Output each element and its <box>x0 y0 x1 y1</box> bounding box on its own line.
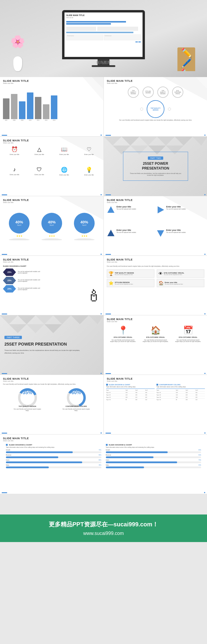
cell-4-3: 100 <box>135 399 145 400</box>
quality-text: TOP QUALITY DESIGN You can see the templ… <box>115 272 134 275</box>
col-h-1: Topic <box>106 389 125 391</box>
prog-val-4: 45% <box>98 464 101 466</box>
progress-right: SLEEK DIAGRAM & CHART Topic information … <box>106 444 201 489</box>
loc-title-3: EYE-CATCHING VISUAL <box>179 336 197 338</box>
rcell-2-3: 120 <box>186 394 195 396</box>
prog-bar-rrow-3: Users 75% <box>106 459 201 463</box>
cell-1-1: Topic 01 <box>106 392 125 393</box>
hex-chart-label-1: SLEEK DIAGRAM & CHART <box>3 265 101 267</box>
hex-3: 25% <box>3 285 16 293</box>
prog-rfill-1 <box>106 451 168 453</box>
lamp-icon: 🕯 <box>86 288 102 304</box>
prog-container-4 <box>6 466 101 468</box>
flower-decoration: 🌸 <box>9 36 27 71</box>
slide-3-header: SLIDE MAIN TITLE Slide sub title <box>0 137 104 145</box>
slide-7-header: SLIDE MAIN TITLE Slide sub title <box>0 256 104 264</box>
table-left-divider <box>106 389 155 389</box>
part-title: 25SET POWER PRESENTATION <box>129 162 182 171</box>
col-h-3: Var2 <box>135 389 145 391</box>
eye-desc: You can see the template text here <box>164 274 184 275</box>
footer-bar <box>106 314 111 314</box>
loc-item-3: 📅 EYE-CATCHING VISUAL Our user-friendly … <box>175 325 201 342</box>
house-icon: 🏠 <box>151 325 161 335</box>
table-right-desc: Topic information about some of the craf… <box>156 386 205 388</box>
prog-left-desc: Topic information about some of the craf… <box>6 447 101 448</box>
slide-1-header: SLIDE MAIN TITLE Slide sub title <box>0 77 104 85</box>
prog-fill-4 <box>6 466 49 468</box>
footer-bar <box>106 373 111 374</box>
prog-left-header: SLEEK DIAGRAM & CHART <box>6 444 101 446</box>
eye-icon: 👁 <box>159 271 163 276</box>
slide-10-subtitle: Slide sub title <box>107 321 204 322</box>
part-three-subtitle: These text fields are placeholders, but … <box>4 349 81 354</box>
footer-bar <box>106 135 111 136</box>
footer-bar <box>106 254 111 255</box>
hexagons-content: SLEEK DIAGRAM & CHART 25% You can be rep… <box>0 264 104 306</box>
footer-bar <box>2 194 7 195</box>
quality-icon: 🏆 <box>109 271 114 276</box>
slide-13-title: SLIDE MAIN TITLE <box>3 437 204 440</box>
footer-bar <box>2 492 7 493</box>
prog-bar-rrow-4: Sales 40% <box>106 464 201 468</box>
loc-title-1: EYE-CATCHING VISUAL <box>114 336 132 338</box>
bottom-padding <box>0 542 207 566</box>
progress-bars-grid: SLEEK DIAGRAM & CHART Topic information … <box>0 443 207 490</box>
slide-10-header: SLIDE MAIN TITLE Slide sub title <box>104 315 207 324</box>
slide-7-footer <box>0 313 104 315</box>
banner-line-1: 更多精品PPT资源尽在—sucai999.com！ <box>49 520 158 528</box>
cell-2-4: 130 <box>145 394 155 396</box>
prog-rcontainer-3 <box>106 461 201 463</box>
pie-charts-row: 35% TOP QUALITY DESIGN Our user-friendly… <box>0 386 104 425</box>
stylish-text: STYLISH DESIGN You can see the template … <box>115 282 133 285</box>
table-left: SLEEK DIAGRAM & CHART Topic information … <box>106 384 155 432</box>
stylish-item: ⭐ STYLISH DESIGN You can see the templat… <box>107 279 154 287</box>
prog-left-title: SLEEK DIAGRAM & CHART <box>9 444 32 446</box>
prog-fill-1 <box>6 451 73 453</box>
footer-bar <box>2 314 7 314</box>
table-rrow-4: Topic 04 90 100 110 <box>156 398 205 401</box>
rcell-2-4: 130 <box>195 394 205 396</box>
prog-fill-3 <box>6 461 82 463</box>
slide-10-footer <box>104 372 207 375</box>
cell-1-3: 130 <box>135 392 145 393</box>
loc-desc-1: Our user-friendly and functional search … <box>110 339 136 342</box>
table-row-4: Topic 04 90 100 110 <box>106 398 155 401</box>
monitor-subtitle: Slide sub title <box>66 17 141 18</box>
pencils-decoration: ✏️🖊️✏️ <box>177 47 195 71</box>
location-icons-row: 📍 EYE-CATCHING VISUAL Our user-friendly … <box>104 324 207 370</box>
hex-row-1: 25% You can be replaced with realistic a… <box>3 269 101 276</box>
quality-item: 🏆 TOP QUALITY DESIGN You can see the tem… <box>107 269 154 278</box>
smart-left: 🏆 TOP QUALITY DESIGN You can see the tem… <box>107 269 154 305</box>
hex-1: 25% <box>3 269 16 276</box>
cell-3-1: Topic 03 <box>106 397 125 398</box>
loc-item-2: 🏠 EYE-CATCHING VISUAL Our user-friendly … <box>142 325 169 342</box>
home-desc: You can see the template text here <box>165 283 183 285</box>
prog-bar-row-2: Revenue 55% <box>6 454 101 458</box>
slide-1: SLIDE MAIN TITLE Slide sub title 2007 20… <box>0 77 104 136</box>
table-right-title: CONTEMPORARY COLORS <box>159 384 180 386</box>
part-three-content: PART THREE 25SET POWER PRESENTATION Thes… <box>0 315 104 375</box>
prog-rval-1: 65% <box>198 449 201 451</box>
footer-dot-8 <box>204 313 206 314</box>
rcell-3-1: Topic 03 <box>156 397 175 398</box>
blue-square-l <box>106 384 108 386</box>
footer-dot-2 <box>204 135 206 136</box>
slide-9: PART THREE 25SET POWER PRESENTATION Thes… <box>0 315 104 375</box>
prog-rcontainer-1 <box>106 451 201 453</box>
prog-bar-rrow-1: Growth 65% <box>106 449 201 453</box>
prog-labels-2: Revenue 55% <box>6 454 101 456</box>
cell-1-4: 140 <box>145 392 155 393</box>
cell-3-2: 100 <box>125 397 135 398</box>
quality-label: TOP QUALITY DESIGN <box>115 272 134 274</box>
slide-6: SLIDE MAIN TITLE Slide sub title Enter y… <box>104 196 207 255</box>
table-right: CONTEMPORARY COLORS Topic information ab… <box>156 384 205 432</box>
footer-dot-7 <box>101 313 102 314</box>
pie-desc-2: Our user-friendly and functional search … <box>62 408 91 411</box>
slide-8-header: SLIDE MAIN TITLE Slide sub title <box>104 256 207 264</box>
rcell-3-3: 110 <box>186 397 195 398</box>
calendar-icon: 📅 <box>183 325 193 335</box>
slide-11-header: SLIDE MAIN TITLE Slide sub title <box>0 375 104 383</box>
slide-7-title: SLIDE MAIN TITLE <box>3 258 101 261</box>
hex-desc-1: You can be replaced with realistic and c… <box>18 271 41 274</box>
rcell-4-3: 100 <box>186 399 195 400</box>
